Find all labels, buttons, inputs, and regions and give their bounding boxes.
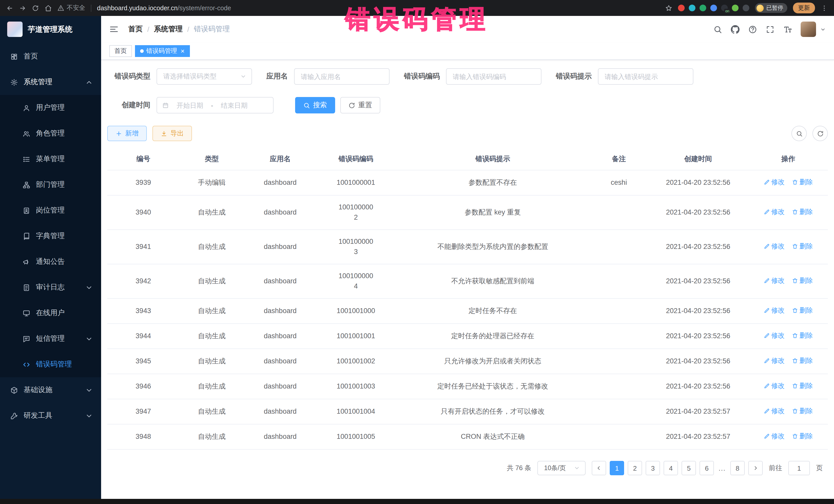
delete-link[interactable]: 删除: [792, 305, 813, 316]
sidebar-item-基础设施[interactable]: 基础设施: [0, 377, 101, 403]
browser-forward-icon[interactable]: [19, 4, 26, 12]
extension-gray-icon[interactable]: [743, 5, 749, 11]
delete-link[interactable]: 删除: [792, 207, 813, 217]
extension-leaf-icon[interactable]: [732, 5, 739, 11]
sidebar-item-审计日志[interactable]: 审计日志: [0, 275, 101, 300]
app-name-input[interactable]: [294, 68, 390, 85]
page-size-select[interactable]: 10条/页: [537, 461, 586, 475]
prev-page-button[interactable]: [592, 461, 606, 475]
profile-paused-badge[interactable]: 已暂停: [755, 3, 787, 13]
sidebar-item-错误码管理[interactable]: 错误码管理: [0, 352, 101, 377]
user-avatar[interactable]: [800, 22, 816, 37]
edit-icon: [764, 243, 770, 249]
extension-green-icon[interactable]: [700, 5, 706, 11]
edit-link[interactable]: 修改: [764, 207, 785, 217]
extension-dark-on-icon[interactable]: on: [721, 5, 728, 11]
page-button-8[interactable]: 8: [730, 461, 745, 475]
breadcrumb-item[interactable]: 首页: [128, 25, 143, 34]
edit-link[interactable]: 修改: [764, 241, 785, 251]
logo[interactable]: 芋道管理系统: [0, 16, 101, 43]
add-button[interactable]: 新增: [107, 126, 147, 141]
extension-teal-icon[interactable]: [689, 5, 696, 11]
edit-link[interactable]: 修改: [764, 381, 785, 391]
sidebar-item-部门管理[interactable]: 部门管理: [0, 172, 101, 198]
edit-link[interactable]: 修改: [764, 305, 785, 316]
sidebar-item-通知公告[interactable]: 通知公告: [0, 249, 101, 275]
next-page-button[interactable]: [748, 461, 763, 475]
security-warning[interactable]: 不安全: [58, 4, 85, 12]
page-button-3[interactable]: 3: [646, 461, 660, 475]
sidebar-item-角色管理[interactable]: 角色管理: [0, 120, 101, 146]
page-button-5[interactable]: 5: [682, 461, 696, 475]
refresh-table-button[interactable]: [812, 126, 828, 141]
sidebar-item-字典管理[interactable]: 字典管理: [0, 223, 101, 249]
sidebar-item-首页[interactable]: 首页: [0, 44, 101, 69]
goto-page-input[interactable]: [788, 461, 810, 475]
cell-time: 2021-04-20 23:52:56: [648, 374, 749, 399]
chevron-down-icon: [85, 335, 93, 343]
sidebar-toggle-icon[interactable]: [109, 25, 118, 34]
edit-link[interactable]: 修改: [764, 356, 785, 366]
edit-link[interactable]: 修改: [764, 177, 785, 187]
delete-link[interactable]: 删除: [792, 356, 813, 366]
font-size-icon[interactable]: [783, 25, 792, 34]
error-code-input[interactable]: [446, 68, 542, 85]
browser-reload-icon[interactable]: [32, 4, 39, 12]
page-button-6[interactable]: 6: [700, 461, 714, 475]
search-button[interactable]: 搜索: [295, 97, 335, 113]
delete-link[interactable]: 删除: [792, 241, 813, 251]
sidebar-item-label: 系统管理: [24, 78, 52, 87]
delete-link[interactable]: 删除: [792, 276, 813, 286]
edit-link[interactable]: 修改: [764, 431, 785, 441]
browser-back-icon[interactable]: [6, 4, 13, 12]
user-menu-caret-icon[interactable]: [820, 26, 826, 32]
browser-menu-icon[interactable]: [821, 4, 828, 12]
sidebar-item-在线用户[interactable]: 在线用户: [0, 300, 101, 326]
page-button-2[interactable]: 2: [628, 461, 642, 475]
browser-home-icon[interactable]: [45, 4, 52, 12]
delete-link[interactable]: 删除: [792, 406, 813, 416]
delete-link[interactable]: 删除: [792, 177, 813, 187]
bookmark-star-icon[interactable]: [665, 4, 672, 12]
filter-create-time: 创建时间 -: [107, 97, 273, 113]
wrench-icon: [10, 412, 18, 420]
delete-link[interactable]: 删除: [792, 330, 813, 341]
end-date-input[interactable]: [215, 98, 253, 112]
edit-link[interactable]: 修改: [764, 406, 785, 416]
pagination-ellipsis[interactable]: ...: [718, 464, 727, 472]
breadcrumb-item[interactable]: 系统管理: [154, 25, 183, 34]
tag-首页[interactable]: 首页: [109, 45, 132, 57]
extension-red-icon[interactable]: [678, 5, 685, 11]
tag-close-icon[interactable]: ×: [181, 48, 184, 54]
tag-错误码管理[interactable]: 错误码管理×: [135, 45, 190, 57]
export-button[interactable]: 导出: [152, 126, 192, 141]
cell-time: 2021-04-20 23:52:56: [648, 349, 749, 374]
fullscreen-icon[interactable]: [766, 25, 774, 34]
tree-icon: [23, 181, 30, 189]
delete-link[interactable]: 删除: [792, 431, 813, 441]
reset-button[interactable]: 重置: [340, 97, 380, 113]
sidebar-item-岗位管理[interactable]: 岗位管理: [0, 198, 101, 223]
header-search-icon[interactable]: [714, 25, 722, 34]
sidebar-item-短信管理[interactable]: 短信管理: [0, 326, 101, 352]
page-button-4[interactable]: 4: [664, 461, 678, 475]
sidebar-item-用户管理[interactable]: 用户管理: [0, 95, 101, 120]
create-time-range-picker[interactable]: -: [156, 97, 273, 113]
start-date-input[interactable]: [171, 98, 209, 112]
error-msg-input[interactable]: [598, 68, 694, 85]
browser-update-button[interactable]: 更新: [793, 3, 815, 13]
toggle-search-button[interactable]: [791, 126, 807, 141]
sidebar-item-菜单管理[interactable]: 菜单管理: [0, 146, 101, 172]
edit-link[interactable]: 修改: [764, 276, 785, 286]
cell-id: 3941: [107, 230, 179, 264]
url-bar[interactable]: dashboard.yudao.iocoder.cn/system/error-…: [97, 4, 231, 12]
github-icon[interactable]: [731, 25, 740, 34]
sidebar-item-研发工具[interactable]: 研发工具: [0, 403, 101, 429]
page-button-1[interactable]: 1: [610, 461, 624, 475]
sidebar-item-系统管理[interactable]: 系统管理: [0, 69, 101, 95]
extension-blue-icon[interactable]: [710, 5, 717, 11]
error-type-select[interactable]: 请选择错误码类型: [156, 68, 252, 85]
help-icon[interactable]: [748, 25, 757, 34]
edit-link[interactable]: 修改: [764, 330, 785, 341]
delete-link[interactable]: 删除: [792, 381, 813, 391]
